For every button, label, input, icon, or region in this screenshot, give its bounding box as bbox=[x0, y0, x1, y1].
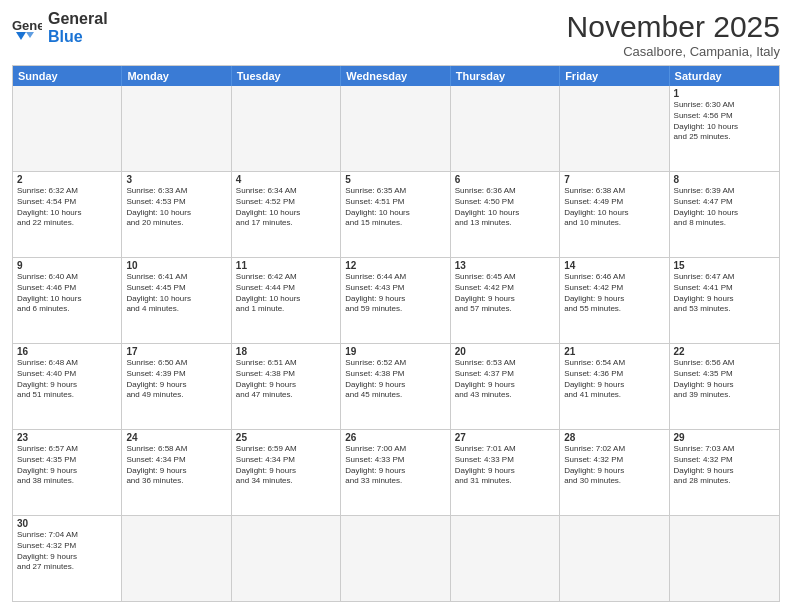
title-section: November 2025 Casalbore, Campania, Italy bbox=[567, 10, 780, 59]
cal-cell-r2-c5: 14Sunrise: 6:46 AM Sunset: 4:42 PM Dayli… bbox=[560, 258, 669, 343]
cal-cell-r2-c1: 10Sunrise: 6:41 AM Sunset: 4:45 PM Dayli… bbox=[122, 258, 231, 343]
cell-info: Sunrise: 6:48 AM Sunset: 4:40 PM Dayligh… bbox=[17, 358, 117, 401]
cal-cell-r3-c4: 20Sunrise: 6:53 AM Sunset: 4:37 PM Dayli… bbox=[451, 344, 560, 429]
day-number: 19 bbox=[345, 346, 445, 357]
header-thursday: Thursday bbox=[451, 66, 560, 86]
day-number: 18 bbox=[236, 346, 336, 357]
logo-icon: General bbox=[12, 14, 42, 42]
logo-general: General bbox=[48, 10, 108, 28]
cal-cell-r4-c2: 25Sunrise: 6:59 AM Sunset: 4:34 PM Dayli… bbox=[232, 430, 341, 515]
header-saturday: Saturday bbox=[670, 66, 779, 86]
cell-info: Sunrise: 6:45 AM Sunset: 4:42 PM Dayligh… bbox=[455, 272, 555, 315]
day-number: 17 bbox=[126, 346, 226, 357]
cal-cell-r4-c4: 27Sunrise: 7:01 AM Sunset: 4:33 PM Dayli… bbox=[451, 430, 560, 515]
cal-cell-r4-c3: 26Sunrise: 7:00 AM Sunset: 4:33 PM Dayli… bbox=[341, 430, 450, 515]
calendar-body: 1Sunrise: 6:30 AM Sunset: 4:56 PM Daylig… bbox=[13, 86, 779, 601]
header-wednesday: Wednesday bbox=[341, 66, 450, 86]
day-number: 5 bbox=[345, 174, 445, 185]
cal-cell-r0-c0 bbox=[13, 86, 122, 171]
cal-cell-r0-c3 bbox=[341, 86, 450, 171]
day-number: 24 bbox=[126, 432, 226, 443]
cal-cell-r1-c1: 3Sunrise: 6:33 AM Sunset: 4:53 PM Daylig… bbox=[122, 172, 231, 257]
cell-info: Sunrise: 6:38 AM Sunset: 4:49 PM Dayligh… bbox=[564, 186, 664, 229]
cal-row-2: 9Sunrise: 6:40 AM Sunset: 4:46 PM Daylig… bbox=[13, 257, 779, 343]
day-number: 3 bbox=[126, 174, 226, 185]
day-number: 9 bbox=[17, 260, 117, 271]
day-number: 4 bbox=[236, 174, 336, 185]
cal-cell-r1-c5: 7Sunrise: 6:38 AM Sunset: 4:49 PM Daylig… bbox=[560, 172, 669, 257]
month-title: November 2025 bbox=[567, 10, 780, 44]
cell-info: Sunrise: 6:39 AM Sunset: 4:47 PM Dayligh… bbox=[674, 186, 775, 229]
cell-info: Sunrise: 7:02 AM Sunset: 4:32 PM Dayligh… bbox=[564, 444, 664, 487]
calendar-header: Sunday Monday Tuesday Wednesday Thursday… bbox=[13, 66, 779, 86]
day-number: 26 bbox=[345, 432, 445, 443]
cal-cell-r2-c3: 12Sunrise: 6:44 AM Sunset: 4:43 PM Dayli… bbox=[341, 258, 450, 343]
day-number: 1 bbox=[674, 88, 775, 99]
cell-info: Sunrise: 6:41 AM Sunset: 4:45 PM Dayligh… bbox=[126, 272, 226, 315]
cell-info: Sunrise: 6:59 AM Sunset: 4:34 PM Dayligh… bbox=[236, 444, 336, 487]
cal-row-5: 30Sunrise: 7:04 AM Sunset: 4:32 PM Dayli… bbox=[13, 515, 779, 601]
cal-cell-r1-c4: 6Sunrise: 6:36 AM Sunset: 4:50 PM Daylig… bbox=[451, 172, 560, 257]
day-number: 8 bbox=[674, 174, 775, 185]
cell-info: Sunrise: 6:34 AM Sunset: 4:52 PM Dayligh… bbox=[236, 186, 336, 229]
header: General General Blue November 2025 Casal… bbox=[12, 10, 780, 59]
cal-cell-r5-c0: 30Sunrise: 7:04 AM Sunset: 4:32 PM Dayli… bbox=[13, 516, 122, 601]
cal-cell-r5-c3 bbox=[341, 516, 450, 601]
cal-row-4: 23Sunrise: 6:57 AM Sunset: 4:35 PM Dayli… bbox=[13, 429, 779, 515]
day-number: 21 bbox=[564, 346, 664, 357]
day-number: 16 bbox=[17, 346, 117, 357]
cell-info: Sunrise: 6:40 AM Sunset: 4:46 PM Dayligh… bbox=[17, 272, 117, 315]
cal-cell-r5-c6 bbox=[670, 516, 779, 601]
cell-info: Sunrise: 6:47 AM Sunset: 4:41 PM Dayligh… bbox=[674, 272, 775, 315]
day-number: 12 bbox=[345, 260, 445, 271]
cal-cell-r3-c2: 18Sunrise: 6:51 AM Sunset: 4:38 PM Dayli… bbox=[232, 344, 341, 429]
calendar: Sunday Monday Tuesday Wednesday Thursday… bbox=[12, 65, 780, 602]
cal-cell-r2-c4: 13Sunrise: 6:45 AM Sunset: 4:42 PM Dayli… bbox=[451, 258, 560, 343]
cell-info: Sunrise: 6:54 AM Sunset: 4:36 PM Dayligh… bbox=[564, 358, 664, 401]
cell-info: Sunrise: 6:57 AM Sunset: 4:35 PM Dayligh… bbox=[17, 444, 117, 487]
cell-info: Sunrise: 6:32 AM Sunset: 4:54 PM Dayligh… bbox=[17, 186, 117, 229]
header-monday: Monday bbox=[122, 66, 231, 86]
day-number: 14 bbox=[564, 260, 664, 271]
cell-info: Sunrise: 6:35 AM Sunset: 4:51 PM Dayligh… bbox=[345, 186, 445, 229]
cell-info: Sunrise: 6:46 AM Sunset: 4:42 PM Dayligh… bbox=[564, 272, 664, 315]
subtitle: Casalbore, Campania, Italy bbox=[567, 44, 780, 59]
cell-info: Sunrise: 6:30 AM Sunset: 4:56 PM Dayligh… bbox=[674, 100, 775, 143]
cell-info: Sunrise: 6:50 AM Sunset: 4:39 PM Dayligh… bbox=[126, 358, 226, 401]
cell-info: Sunrise: 7:03 AM Sunset: 4:32 PM Dayligh… bbox=[674, 444, 775, 487]
day-number: 6 bbox=[455, 174, 555, 185]
cal-cell-r1-c3: 5Sunrise: 6:35 AM Sunset: 4:51 PM Daylig… bbox=[341, 172, 450, 257]
cal-cell-r1-c6: 8Sunrise: 6:39 AM Sunset: 4:47 PM Daylig… bbox=[670, 172, 779, 257]
day-number: 7 bbox=[564, 174, 664, 185]
svg-text:General: General bbox=[12, 18, 42, 33]
day-number: 2 bbox=[17, 174, 117, 185]
cell-info: Sunrise: 6:42 AM Sunset: 4:44 PM Dayligh… bbox=[236, 272, 336, 315]
cell-info: Sunrise: 6:36 AM Sunset: 4:50 PM Dayligh… bbox=[455, 186, 555, 229]
header-sunday: Sunday bbox=[13, 66, 122, 86]
cal-cell-r2-c2: 11Sunrise: 6:42 AM Sunset: 4:44 PM Dayli… bbox=[232, 258, 341, 343]
cell-info: Sunrise: 7:04 AM Sunset: 4:32 PM Dayligh… bbox=[17, 530, 117, 573]
day-number: 25 bbox=[236, 432, 336, 443]
day-number: 28 bbox=[564, 432, 664, 443]
logo: General General Blue bbox=[12, 10, 108, 45]
cal-row-3: 16Sunrise: 6:48 AM Sunset: 4:40 PM Dayli… bbox=[13, 343, 779, 429]
cal-cell-r0-c2 bbox=[232, 86, 341, 171]
cal-cell-r3-c6: 22Sunrise: 6:56 AM Sunset: 4:35 PM Dayli… bbox=[670, 344, 779, 429]
cal-cell-r2-c6: 15Sunrise: 6:47 AM Sunset: 4:41 PM Dayli… bbox=[670, 258, 779, 343]
cal-cell-r5-c5 bbox=[560, 516, 669, 601]
svg-marker-2 bbox=[26, 32, 34, 38]
cal-cell-r3-c1: 17Sunrise: 6:50 AM Sunset: 4:39 PM Dayli… bbox=[122, 344, 231, 429]
cell-info: Sunrise: 7:01 AM Sunset: 4:33 PM Dayligh… bbox=[455, 444, 555, 487]
cal-cell-r1-c2: 4Sunrise: 6:34 AM Sunset: 4:52 PM Daylig… bbox=[232, 172, 341, 257]
cell-info: Sunrise: 6:52 AM Sunset: 4:38 PM Dayligh… bbox=[345, 358, 445, 401]
cal-cell-r4-c5: 28Sunrise: 7:02 AM Sunset: 4:32 PM Dayli… bbox=[560, 430, 669, 515]
day-number: 10 bbox=[126, 260, 226, 271]
cal-cell-r4-c0: 23Sunrise: 6:57 AM Sunset: 4:35 PM Dayli… bbox=[13, 430, 122, 515]
day-number: 27 bbox=[455, 432, 555, 443]
cell-info: Sunrise: 7:00 AM Sunset: 4:33 PM Dayligh… bbox=[345, 444, 445, 487]
cal-cell-r3-c3: 19Sunrise: 6:52 AM Sunset: 4:38 PM Dayli… bbox=[341, 344, 450, 429]
cal-cell-r2-c0: 9Sunrise: 6:40 AM Sunset: 4:46 PM Daylig… bbox=[13, 258, 122, 343]
cal-row-0: 1Sunrise: 6:30 AM Sunset: 4:56 PM Daylig… bbox=[13, 86, 779, 171]
cal-cell-r0-c1 bbox=[122, 86, 231, 171]
day-number: 15 bbox=[674, 260, 775, 271]
